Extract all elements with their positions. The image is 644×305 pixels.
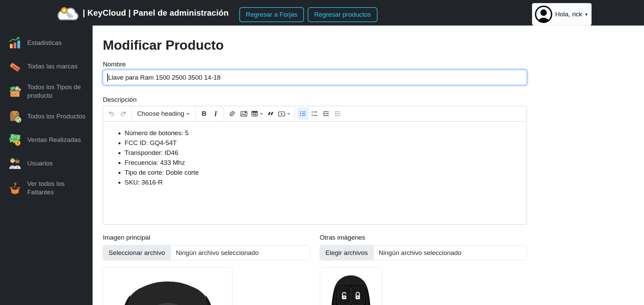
svg-text:1: 1	[311, 110, 313, 113]
description-editor: Choose heading B I “	[103, 106, 527, 225]
toolbar-separator	[195, 106, 196, 122]
list-item: Frecuencia: 433 Mhz	[125, 158, 520, 167]
regresar-forjas-button[interactable]: Regresar a Forjas	[239, 7, 304, 22]
block-quote-button[interactable]: “	[265, 108, 276, 120]
file-status-text: Ningún archivo seleccionado	[171, 245, 264, 260]
list-item: Número de botones: 5	[125, 128, 520, 138]
chevron-down-icon	[287, 112, 290, 115]
admin-panel-page: | KeyCloud | Panel de administración Reg…	[0, 0, 644, 305]
sidebar-item-label: Usuarios	[27, 159, 53, 167]
bulleted-list-button[interactable]	[297, 108, 309, 120]
chevron-down-icon	[260, 112, 263, 115]
outdent-icon	[323, 110, 329, 117]
user-greeting: Hola, rick	[555, 11, 582, 18]
bold-icon: B	[202, 110, 207, 117]
svg-text:?: ?	[13, 181, 17, 189]
redo-button[interactable]	[117, 108, 129, 120]
file-select-button[interactable]: Seleccionar archivo	[103, 245, 171, 260]
package-check-icon	[8, 109, 22, 123]
toolbar-separator	[131, 106, 132, 122]
app-title: | KeyCloud | Panel de administración	[83, 8, 229, 18]
editor-toolbar: Choose heading B I “	[103, 106, 527, 122]
header-actions: Regresar a Forjas Regresar productos	[239, 7, 377, 22]
bold-button[interactable]: B	[198, 108, 210, 120]
app-header: | KeyCloud | Panel de administración Reg…	[0, 0, 644, 26]
nombre-input[interactable]: Llave para Ram 1500 2500 3500 14-18	[103, 70, 527, 85]
quote-icon: “	[268, 115, 274, 117]
sidebar: Estadisticas BRAND Todas las marcas	[0, 26, 93, 305]
file-select-button[interactable]: Elegir archivos	[320, 245, 374, 260]
other-image-preview	[320, 267, 382, 305]
sidebar-item-estadisticas[interactable]: Estadisticas	[8, 36, 93, 50]
sidebar-item-tipos-producto[interactable]: Todos los Tipos de producto	[8, 83, 93, 100]
insert-table-button[interactable]	[249, 108, 265, 120]
list-item: FCC ID: GQ4-54T	[125, 138, 520, 148]
user-avatar-icon	[534, 5, 553, 23]
descripcion-label: Descripción	[103, 96, 136, 103]
toolbar-separator	[294, 106, 295, 122]
key-fob-photo	[117, 274, 219, 305]
nombre-input-value: Llave para Ram 1500 2500 3500 14-18	[108, 74, 221, 81]
indent-button[interactable]	[332, 108, 343, 120]
main-content: Modificar Producto Nombre Llave para Ram…	[93, 26, 644, 305]
italic-icon: I	[214, 110, 217, 118]
bulleted-list-icon	[300, 110, 306, 117]
sidebar-item-usuarios[interactable]: Usuarios	[8, 156, 93, 170]
key-fob-photo	[329, 272, 373, 305]
sidebar-item-marcas[interactable]: BRAND Todas las marcas	[8, 59, 93, 74]
chevron-down-icon	[186, 112, 190, 116]
cloud-key-logo-icon	[54, 3, 80, 25]
main-image-preview	[103, 267, 232, 305]
description-bullet-list: Número de botones: 5 FCC ID: GQ4-54T Tra…	[103, 128, 520, 187]
undo-button[interactable]	[106, 108, 117, 120]
heading-dropdown-label: Choose heading	[137, 110, 184, 117]
link-icon	[229, 110, 236, 117]
svg-text:$: $	[17, 141, 19, 145]
outdent-button[interactable]	[320, 108, 332, 120]
table-icon	[251, 110, 258, 117]
numbered-list-button[interactable]: 12	[309, 108, 320, 120]
product-type-box-icon	[8, 84, 22, 98]
sidebar-item-label: Estadisticas	[27, 38, 62, 47]
file-status-text: Ningún archivo seleccionado	[374, 245, 467, 260]
sidebar-item-faltantes[interactable]: ? Ver todos los Faltantes	[8, 179, 93, 196]
description-editor-content[interactable]: Número de botones: 5 FCC ID: GQ4-54T Tra…	[103, 122, 527, 224]
sidebar-item-label: Ventas Realizadas	[27, 135, 81, 144]
list-item: SKU: 3616-R	[125, 177, 520, 187]
list-item: Tipo de corte: Doble corte	[125, 167, 520, 177]
page-title: Modificar Producto	[103, 38, 224, 53]
main-image-file-input[interactable]: Seleccionar archivo Ningún archivo selec…	[103, 245, 310, 260]
missing-box-icon: ?	[8, 181, 22, 195]
bar-chart-icon	[8, 36, 22, 50]
regresar-productos-button[interactable]: Regresar productos	[308, 7, 377, 22]
user-menu[interactable]: Hola, rick ▾	[532, 3, 592, 26]
italic-button[interactable]: I	[210, 108, 221, 120]
other-images-file-input[interactable]: Elegir archivos Ningún archivo seleccion…	[320, 245, 527, 260]
media-icon	[278, 110, 285, 117]
svg-text:2: 2	[311, 114, 313, 117]
otras-imagenes-label: Otras imágenes	[320, 234, 365, 241]
numbered-list-icon: 12	[311, 110, 318, 117]
sidebar-item-productos[interactable]: Todos los Productos	[8, 109, 93, 123]
nombre-label: Nombre	[103, 61, 126, 68]
sidebar-item-ventas[interactable]: $ Ventas Realizadas	[8, 132, 93, 147]
list-item: Transponder: ID46	[125, 148, 520, 158]
image-upload-button[interactable]	[238, 108, 249, 120]
users-icon	[8, 156, 22, 170]
link-button[interactable]	[226, 108, 238, 120]
sidebar-item-label: Ver todos los Faltantes	[27, 179, 91, 196]
heading-dropdown[interactable]: Choose heading	[134, 108, 193, 120]
media-embed-button[interactable]	[276, 108, 292, 120]
chevron-down-icon: ▾	[585, 12, 587, 17]
toolbar-separator	[224, 106, 224, 122]
imagen-principal-label: Imagen principal	[103, 234, 150, 241]
indent-icon	[334, 110, 341, 117]
text-cursor	[107, 74, 108, 82]
sidebar-item-label: Todos los Productos	[27, 112, 85, 121]
sidebar-item-label: Todas las marcas	[27, 62, 78, 70]
brand-tag-icon: BRAND	[8, 59, 22, 74]
money-bills-icon: $	[8, 132, 22, 147]
sidebar-item-label: Todos los Tipos de producto	[27, 83, 91, 100]
image-upload-icon	[240, 110, 247, 117]
